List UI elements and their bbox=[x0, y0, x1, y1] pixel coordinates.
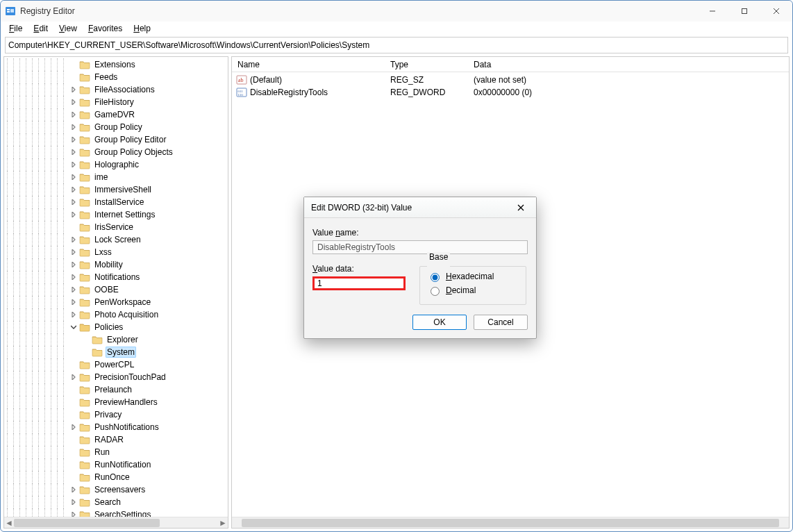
expand-icon[interactable] bbox=[69, 448, 78, 456]
tree-item-ime[interactable]: ime bbox=[4, 171, 228, 183]
expand-icon[interactable] bbox=[69, 223, 78, 231]
column-data[interactable]: Data bbox=[468, 60, 789, 69]
expand-icon[interactable] bbox=[69, 273, 78, 281]
expand-icon[interactable] bbox=[69, 360, 78, 369]
tree-item-oobe[interactable]: OOBE bbox=[4, 283, 228, 296]
dialog-close-button[interactable] bbox=[512, 199, 529, 216]
expand-icon[interactable] bbox=[69, 298, 78, 306]
expand-icon[interactable] bbox=[69, 310, 78, 319]
tree-item-holographic[interactable]: Holographic bbox=[4, 158, 228, 171]
tree-item-lock-screen[interactable]: Lock Screen bbox=[4, 233, 228, 246]
tree-item-powercpl[interactable]: PowerCPL bbox=[4, 358, 228, 371]
value-name-field[interactable]: DisableRegistryTools bbox=[312, 240, 528, 254]
tree-item-feeds[interactable]: Feeds bbox=[4, 71, 228, 83]
expand-icon[interactable] bbox=[69, 323, 78, 331]
expand-icon[interactable] bbox=[69, 435, 78, 444]
menu-file[interactable]: File bbox=[5, 23, 26, 34]
value-data-input[interactable] bbox=[312, 276, 406, 290]
tree-item-privacy[interactable]: Privacy bbox=[4, 408, 228, 421]
expand-icon[interactable] bbox=[69, 185, 78, 194]
menu-favorites[interactable]: Favorites bbox=[84, 23, 126, 34]
column-type[interactable]: Type bbox=[385, 60, 468, 69]
expand-icon[interactable] bbox=[69, 98, 78, 106]
tree-item-policies[interactable]: Policies bbox=[4, 321, 228, 333]
radio-dec-input[interactable] bbox=[431, 287, 440, 296]
expand-icon[interactable] bbox=[69, 148, 78, 156]
tree-item-fileassociations[interactable]: FileAssociations bbox=[4, 83, 228, 96]
list-body[interactable]: ab(Default)REG_SZ(value not set)011110Di… bbox=[232, 72, 789, 99]
registry-tree[interactable]: Extensions Feeds FileAssociations FileHi… bbox=[4, 57, 228, 517]
expand-icon[interactable] bbox=[69, 285, 78, 294]
tree-item-pushnotifications[interactable]: PushNotifications bbox=[4, 421, 228, 433]
menu-edit[interactable]: Edit bbox=[29, 23, 52, 34]
tree-item-lxss[interactable]: Lxss bbox=[4, 246, 228, 258]
expand-icon[interactable] bbox=[69, 235, 78, 244]
expand-icon[interactable] bbox=[69, 123, 78, 131]
expand-icon[interactable] bbox=[69, 473, 78, 481]
menu-view[interactable]: View bbox=[55, 23, 81, 34]
radio-decimal[interactable]: Decimal bbox=[427, 285, 519, 296]
value-row[interactable]: ab(Default)REG_SZ(value not set) bbox=[232, 74, 789, 86]
tree-item-explorer[interactable]: Explorer bbox=[4, 333, 228, 346]
tree-item-searchsettings[interactable]: SearchSettings bbox=[4, 508, 228, 517]
expand-icon[interactable] bbox=[69, 460, 78, 469]
tree-item-system[interactable]: System bbox=[4, 346, 228, 358]
menu-help[interactable]: Help bbox=[129, 23, 155, 34]
expand-icon[interactable] bbox=[69, 510, 78, 517]
expand-icon[interactable] bbox=[69, 73, 78, 81]
tree-item-extensions[interactable]: Extensions bbox=[4, 58, 228, 71]
expand-icon[interactable] bbox=[69, 110, 78, 119]
tree-item-previewhandlers[interactable]: PreviewHandlers bbox=[4, 396, 228, 408]
tree-item-internet-settings[interactable]: Internet Settings bbox=[4, 208, 228, 221]
tree-item-precisiontouchpad[interactable]: PrecisionTouchPad bbox=[4, 371, 228, 383]
tree-item-filehistory[interactable]: FileHistory bbox=[4, 96, 228, 108]
tree-horizontal-scrollbar[interactable]: ◄ ► bbox=[4, 517, 228, 528]
expand-icon[interactable] bbox=[69, 498, 78, 506]
expand-icon[interactable] bbox=[69, 60, 78, 69]
radio-hexadecimal[interactable]: Hexadecimal bbox=[427, 271, 519, 282]
expand-icon[interactable] bbox=[82, 348, 90, 356]
expand-icon[interactable] bbox=[69, 160, 78, 169]
tree-item-search[interactable]: Search bbox=[4, 496, 228, 508]
tree-item-run[interactable]: Run bbox=[4, 446, 228, 458]
tree-item-prelaunch[interactable]: Prelaunch bbox=[4, 383, 228, 396]
tree-item-screensavers[interactable]: Screensavers bbox=[4, 483, 228, 496]
expand-icon[interactable] bbox=[69, 398, 78, 406]
column-name[interactable]: Name bbox=[232, 60, 385, 69]
close-button[interactable] bbox=[760, 1, 792, 22]
ok-button[interactable]: OK bbox=[412, 315, 467, 330]
minimize-button[interactable] bbox=[696, 1, 728, 22]
address-bar[interactable]: Computer\HKEY_CURRENT_USER\Software\Micr… bbox=[5, 37, 788, 53]
tree-item-installservice[interactable]: InstallService bbox=[4, 196, 228, 208]
tree-item-irisservice[interactable]: IrisService bbox=[4, 221, 228, 233]
tree-item-gamedvr[interactable]: GameDVR bbox=[4, 108, 228, 121]
expand-icon[interactable] bbox=[69, 85, 78, 94]
expand-icon[interactable] bbox=[69, 248, 78, 256]
tree-item-radar[interactable]: RADAR bbox=[4, 433, 228, 446]
expand-icon[interactable] bbox=[69, 423, 78, 431]
tree-item-group-policy[interactable]: Group Policy bbox=[4, 121, 228, 133]
expand-icon[interactable] bbox=[69, 373, 78, 381]
dialog-titlebar[interactable]: Edit DWORD (32-bit) Value bbox=[304, 197, 536, 218]
tree-item-group-policy-objects[interactable]: Group Policy Objects bbox=[4, 146, 228, 158]
expand-icon[interactable] bbox=[69, 410, 78, 419]
list-horizontal-scrollbar[interactable] bbox=[232, 517, 789, 528]
expand-icon[interactable] bbox=[82, 335, 90, 344]
tree-item-notifications[interactable]: Notifications bbox=[4, 271, 228, 283]
tree-item-penworkspace[interactable]: PenWorkspace bbox=[4, 296, 228, 308]
maximize-button[interactable] bbox=[728, 1, 760, 22]
tree-item-runnotification[interactable]: RunNotification bbox=[4, 458, 228, 471]
expand-icon[interactable] bbox=[69, 173, 78, 181]
expand-icon[interactable] bbox=[69, 135, 78, 144]
expand-icon[interactable] bbox=[69, 198, 78, 206]
tree-item-photo-acquisition[interactable]: Photo Acquisition bbox=[4, 308, 228, 321]
expand-icon[interactable] bbox=[69, 260, 78, 269]
expand-icon[interactable] bbox=[69, 210, 78, 219]
tree-item-mobility[interactable]: Mobility bbox=[4, 258, 228, 271]
radio-hex-input[interactable] bbox=[431, 273, 440, 282]
tree-item-runonce[interactable]: RunOnce bbox=[4, 471, 228, 483]
expand-icon[interactable] bbox=[69, 485, 78, 494]
list-header[interactable]: Name Type Data bbox=[232, 57, 789, 72]
tree-item-group-policy-editor[interactable]: Group Policy Editor bbox=[4, 133, 228, 146]
expand-icon[interactable] bbox=[69, 385, 78, 394]
